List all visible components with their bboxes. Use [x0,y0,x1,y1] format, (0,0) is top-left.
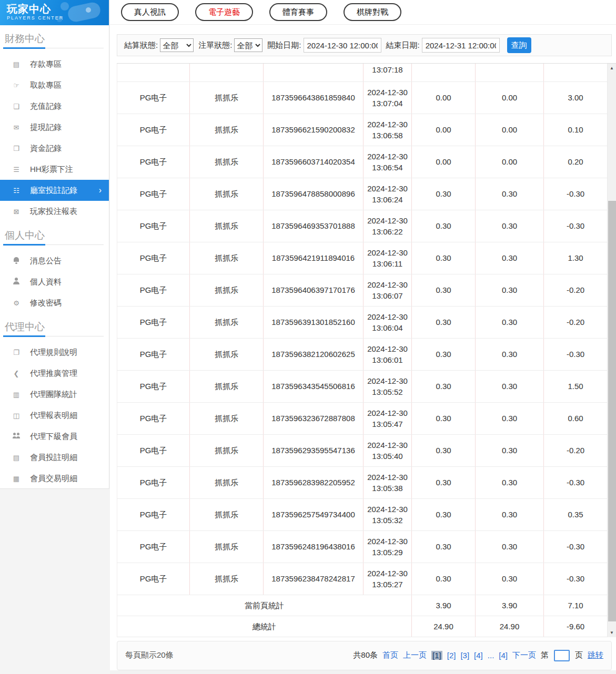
cell-provider: PG电子 [117,114,190,146]
report-chart-icon: ⊠ [12,208,21,216]
cell-valid-bet: 0.00 [476,114,544,146]
cell-bet-time: 2024-12-3013:05:27 [363,563,412,595]
main-content: 真人視訊 電子遊藝 體育賽事 棋牌對戰 結算狀態: 全部 注單狀態: 全部 開始… [110,0,616,674]
sidebar-item-change-password[interactable]: ⚙ 修改密碼 [0,292,109,313]
cell-provider: PG电子 [117,563,190,595]
tab-board-games[interactable]: 棋牌對戰 [344,3,401,21]
cell-bet-amount: 0.30 [412,210,476,242]
cell-bet-time: 2024-12-3013:05:38 [363,466,412,498]
scrollbar-thumb[interactable] [608,201,616,621]
cell-game: 抓抓乐 [190,370,264,402]
next-page-link[interactable]: 下一页 [512,650,536,660]
scroll-down-icon[interactable]: ▼ [608,629,616,637]
first-page-link[interactable]: 首页 [382,650,398,660]
total-summary-valid: 24.90 [476,616,544,637]
sidebar-item-withdraw-record[interactable]: ✉ 提現記錄 [0,117,109,138]
per-page-label: 每頁顯示20條 [125,650,174,660]
tab-live-video[interactable]: 真人視訊 [121,3,179,21]
table-row: PG电子抓抓乐18735966215902008322024-12-3013:0… [117,114,608,146]
cell-win-loss: -0.20 [544,306,608,338]
jump-link[interactable]: 跳转 [588,650,603,660]
page-summary-valid: 3.90 [476,595,544,616]
table-row: PG电子抓抓乐18735964219118940162024-12-3013:0… [117,242,608,274]
sidebar-item-funds-record[interactable]: ❒ 資金記錄 [0,138,109,159]
end-date-input[interactable] [422,38,500,53]
cell-win-loss: -0.20 [544,274,608,306]
total-summary-label: 總統計 [117,616,412,637]
sidebar-item-member-trade-detail[interactable]: ▦ 會員交易明細 [0,468,109,489]
bottom-strip [110,670,616,674]
page-link[interactable]: [4] [499,651,508,660]
cell-valid-bet: 0.30 [476,563,544,595]
page-jump-input[interactable] [554,650,570,661]
cell-bet-amount: 0.30 [412,466,476,498]
vertical-scrollbar[interactable]: ▲ ▼ [607,64,616,637]
cell-bet-time: 2024-12-3013:06:24 [363,178,412,210]
cell-order-no: 1873596238478242817 [264,563,363,595]
sidebar-item-withdraw[interactable]: ☞ 取款專區 [0,75,109,96]
cell-bet-time: 2024-12-3013:06:01 [363,338,412,370]
cell-bet-time: 2024-12-3013:05:47 [363,402,412,434]
page-link[interactable]: [3] [460,651,469,660]
order-status-select[interactable]: 全部 [234,38,262,52]
category-tabbar: 真人視訊 電子遊藝 體育賽事 棋牌對戰 [110,0,616,25]
page-link[interactable]: [4] [474,651,483,660]
cell-valid-bet: 0.30 [476,434,544,466]
cell-game: 抓抓乐 [190,563,264,595]
bet-table-body: 13:07:18 PG电子抓抓乐18735966438618598402024-… [117,64,608,595]
cell-bet-amount: 0.30 [412,274,476,306]
sidebar-item-member-bet-detail[interactable]: ▤ 會員投註明細 [0,447,109,468]
sidebar-item-profile[interactable]: 個人資料 [0,271,109,292]
cell-game: 抓抓乐 [190,338,264,370]
sidebar-item-player-bet-report[interactable]: ⊠ 玩家投注報表 [0,201,109,222]
sidebar-item-recharge-record[interactable]: ❑ 充值記錄 [0,96,109,117]
bank-card-icon: ▤ [12,60,21,68]
cell-bet-time: 2024-12-3013:07:04 [363,81,412,114]
tab-electronic-games[interactable]: 電子遊藝 [195,3,253,21]
sidebar-item-announcements[interactable]: 消息公告 [0,250,109,271]
page-link-current[interactable]: [1] [431,651,442,660]
settle-status-select[interactable]: 全部 [160,38,194,52]
sidebar-item-label: 代理報表明細 [30,411,77,421]
withdraw-hand-icon: ☞ [12,81,21,89]
cell-win-loss: 0.35 [544,498,608,530]
table-row: PG电子抓抓乐18735964693537018882024-12-3013:0… [117,210,608,242]
cell-win-loss: -0.30 [544,338,608,370]
page-link[interactable]: [2] [447,651,456,660]
sidebar-item-agent-promotion[interactable]: ❮ 代理推廣管理 [0,363,109,384]
cell-win-loss: -0.30 [544,178,608,210]
cell-bet-amount: 0.30 [412,402,476,434]
cell-bet-amount: 0.30 [412,306,476,338]
sidebar-item-agent-report-detail[interactable]: ◫ 代理報表明細 [0,405,109,426]
cell-provider: PG电子 [117,338,190,370]
cell-game [190,64,264,81]
page-summary-bet: 3.90 [412,595,476,616]
room-bet-icon: ☷ [12,187,21,195]
scroll-up-icon[interactable]: ▲ [608,64,616,72]
cell-order-no: 1873596257549734400 [264,498,363,530]
sidebar-item-label: 消息公告 [30,256,62,266]
sidebar-item-lottery-bet[interactable]: ☰ HH彩票下注 [0,159,109,180]
section-title-personal: 個人中心 [0,222,109,242]
cell-win-loss: 0.20 [544,146,608,178]
cell-game: 抓抓乐 [190,81,264,114]
sidebar-item-room-bet-record[interactable]: ☷ 廳室投註記錄 › [0,180,109,201]
sidebar-logo: 玩家中心 PLAYERS CENTER [0,0,109,25]
tab-sports[interactable]: 體育賽事 [269,3,327,21]
cell-bet-time: 2024-12-3013:05:40 [363,434,412,466]
table-row: PG电子抓抓乐18735962575497344002024-12-3013:0… [117,498,608,530]
section-divider [3,244,104,245]
sidebar-item-deposit[interactable]: ▤ 存款專區 [0,54,109,75]
cell-valid-bet: 0.30 [476,338,544,370]
start-date-input[interactable] [304,38,381,53]
sidebar-item-agent-rules[interactable]: ❐ 代理規則說明 [0,342,109,363]
cell-provider: PG电子 [117,242,190,274]
sidebar-item-label: 代理規則說明 [30,348,77,358]
cell-bet-amount: 0.30 [412,530,476,563]
prev-page-link[interactable]: 上一页 [403,650,427,660]
cell-bet-amount: 0.30 [412,498,476,530]
sidebar-item-agent-sub-members[interactable]: 代理下級會員 [0,426,109,447]
sidebar-item-agent-team-stats[interactable]: ▥ 代理團隊統計 [0,384,109,405]
cell-bet-time: 2024-12-3013:05:29 [363,530,412,563]
query-button[interactable]: 查詢 [507,37,531,53]
